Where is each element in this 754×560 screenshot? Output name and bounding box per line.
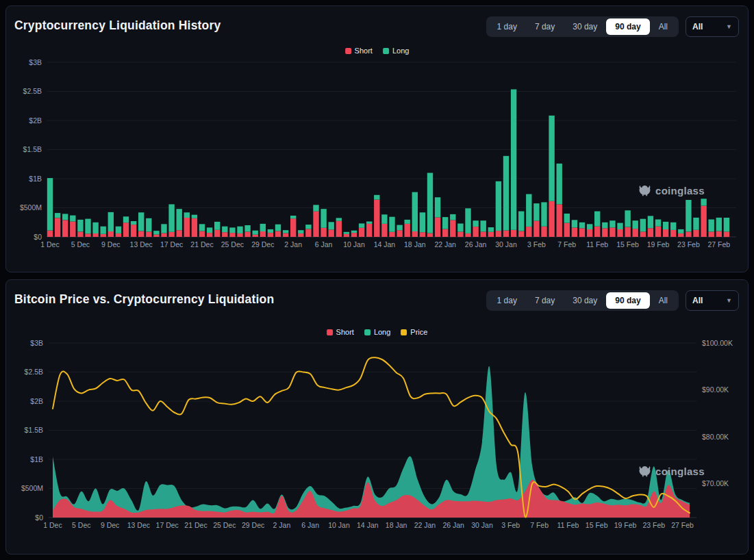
x-axis-tick-label: 2 Jan bbox=[284, 240, 302, 249]
x-axis-tick-label: 15 Feb bbox=[616, 240, 639, 249]
x-axis-tick-label: 7 Feb bbox=[530, 521, 549, 529]
price-axis-tick-label: $90.00K bbox=[702, 385, 729, 394]
x-axis-tick-label: 7 Feb bbox=[557, 240, 576, 249]
y-axis-tick-label: $2.5B bbox=[23, 87, 42, 95]
y-axis-tick-label: $1.5B bbox=[23, 145, 42, 153]
x-axis-tick-label: 25 Dec bbox=[213, 521, 236, 529]
x-axis-tick-label: 19 Feb bbox=[614, 521, 637, 529]
x-axis-tick-label: 23 Feb bbox=[677, 240, 700, 249]
x-axis-tick-label: 15 Feb bbox=[586, 521, 608, 529]
x-axis-tick-label: 14 Jan bbox=[357, 521, 379, 529]
y-axis-tick-label: $0 bbox=[34, 233, 42, 241]
price-axis-tick-label: $100.00K bbox=[702, 339, 733, 347]
x-axis-tick-label: 10 Jan bbox=[343, 240, 365, 249]
x-axis-tick-label: 21 Dec bbox=[184, 521, 207, 529]
x-axis-tick-label: 30 Jan bbox=[495, 240, 517, 249]
x-axis-tick-label: 6 Jan bbox=[315, 240, 333, 249]
y-axis-tick-label: $1B bbox=[30, 455, 43, 463]
y-axis-tick-label: $0 bbox=[35, 513, 43, 522]
x-axis-tick-label: 26 Jan bbox=[465, 240, 487, 249]
x-axis-tick-label: 3 Feb bbox=[527, 240, 546, 249]
x-axis-tick-label: 10 Jan bbox=[328, 521, 350, 529]
y-axis-tick-label: $2B bbox=[29, 116, 42, 125]
x-axis-tick-label: 11 Feb bbox=[586, 240, 608, 249]
x-axis-tick-label: 23 Feb bbox=[642, 521, 665, 529]
y-axis-tick-label: $500M bbox=[20, 203, 42, 212]
price-liquidation-area-chart[interactable]: $0$500M$1B$1.5B$2B$2.5B$3B1 Dec5 Dec9 De… bbox=[6, 280, 748, 554]
y-axis-tick-label: $500M bbox=[21, 484, 43, 492]
x-axis-tick-label: 27 Feb bbox=[671, 521, 694, 529]
y-axis-tick-label: $2B bbox=[30, 397, 43, 405]
x-axis-tick-label: 18 Jan bbox=[386, 521, 407, 529]
x-axis-tick-label: 1 Dec bbox=[40, 240, 59, 249]
x-axis-tick-label: 19 Feb bbox=[647, 240, 670, 249]
x-axis-tick-label: 1 Dec bbox=[43, 521, 62, 529]
x-axis-tick-label: 22 Jan bbox=[414, 521, 436, 529]
coinglass-bull-icon bbox=[638, 184, 651, 197]
x-axis-tick-label: 6 Jan bbox=[301, 521, 319, 529]
x-axis-tick-label: 5 Dec bbox=[71, 240, 90, 249]
x-axis-tick-label: 25 Dec bbox=[221, 240, 244, 249]
price-axis-tick-label: $70.00K bbox=[702, 479, 729, 487]
price-axis-tick-label: $80.00K bbox=[702, 433, 729, 441]
x-axis-tick-label: 27 Feb bbox=[707, 240, 730, 249]
x-axis-tick-label: 22 Jan bbox=[434, 240, 456, 249]
x-axis-tick-label: 21 Dec bbox=[190, 240, 213, 249]
liquidation-history-panel: Cryptocurrency Liquidation History 1 day… bbox=[5, 5, 749, 272]
coinglass-bull-icon bbox=[638, 465, 651, 478]
y-axis-tick-label: $3B bbox=[29, 58, 42, 66]
x-axis-tick-label: 13 Dec bbox=[130, 240, 153, 249]
x-axis-tick-label: 30 Jan bbox=[471, 521, 493, 529]
coinglass-watermark: coinglass bbox=[638, 184, 705, 197]
x-axis-tick-label: 18 Jan bbox=[404, 240, 426, 249]
long-bars-group[interactable] bbox=[47, 90, 729, 235]
x-axis-tick-label: 17 Dec bbox=[160, 240, 183, 249]
y-axis-tick-label: $2.5B bbox=[25, 368, 43, 376]
y-axis-tick-label: $3B bbox=[30, 339, 43, 347]
x-axis-tick-label: 17 Dec bbox=[156, 521, 179, 529]
x-axis-tick-label: 13 Dec bbox=[127, 521, 150, 529]
x-axis-tick-label: 26 Jan bbox=[442, 521, 464, 529]
x-axis-tick-label: 2 Jan bbox=[273, 521, 291, 529]
x-axis-tick-label: 29 Dec bbox=[251, 240, 274, 249]
x-axis-tick-label: 14 Jan bbox=[374, 240, 396, 249]
price-vs-liquidation-panel: Bitcoin Price vs. Cryptocurrency Liquida… bbox=[5, 279, 749, 555]
x-axis-tick-label: 29 Dec bbox=[242, 521, 264, 529]
coinglass-watermark-2: coinglass bbox=[638, 465, 705, 478]
liquidation-bar-chart[interactable]: $0$500M$1B$1.5B$2B$2.5B$3B1 Dec5 Dec9 De… bbox=[6, 6, 748, 272]
x-axis-tick-label: 5 Dec bbox=[72, 521, 90, 529]
x-axis-tick-label: 11 Feb bbox=[557, 521, 579, 529]
x-axis-tick-label: 3 Feb bbox=[501, 521, 520, 529]
x-axis-tick-label: 9 Dec bbox=[101, 521, 119, 529]
y-axis-tick-label: $1B bbox=[29, 175, 42, 183]
y-axis-tick-label: $1.5B bbox=[25, 426, 43, 434]
x-axis-tick-label: 9 Dec bbox=[101, 240, 120, 249]
